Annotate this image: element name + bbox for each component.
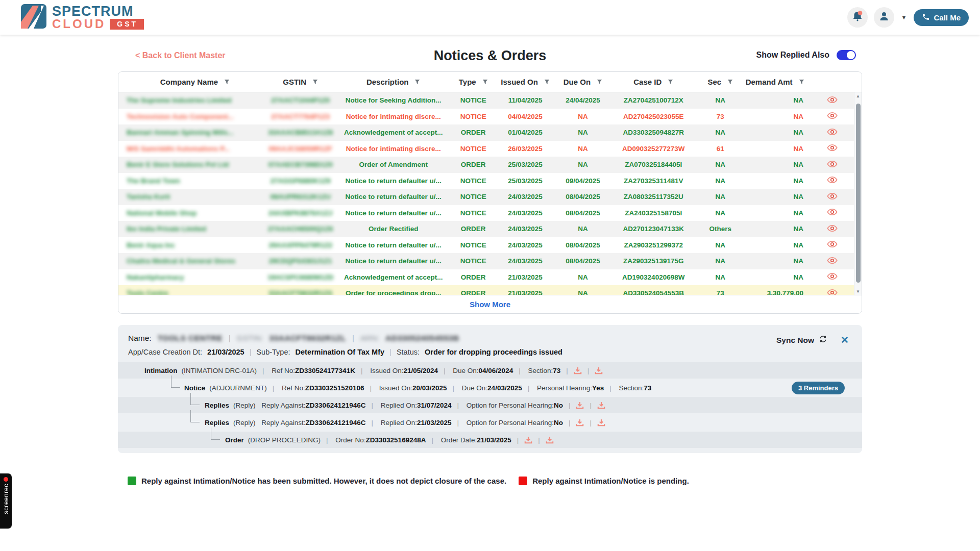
download-icon[interactable] [595, 367, 603, 374]
notices-table-card: Company NameGSTINDescriptionTypeIssued O… [118, 71, 862, 314]
brand-subname: CLOUD [52, 18, 106, 30]
column-header-company-name: Company Name [118, 78, 263, 86]
case-tree-row-replies: Replies(Reply) Reply Against: ZD33062412… [118, 397, 862, 413]
refresh-icon [819, 335, 827, 345]
gst-badge: GST [110, 19, 144, 30]
table-row[interactable]: Nakantipharmacy19ACSPC6680M1ZDAcknowledg… [118, 269, 862, 286]
close-panel-icon[interactable]: ✕ [841, 334, 849, 346]
table-row[interactable]: National Mobile Shop24AXBPK8876A1ZJNotic… [118, 205, 862, 221]
download-icon[interactable] [574, 367, 582, 374]
filter-funnel-icon[interactable] [597, 78, 602, 86]
case-tree-row-order: Order(DROP PROCEEDING)| Order No: ZD3303… [118, 432, 862, 448]
view-case-eye-icon[interactable] [818, 289, 847, 295]
top-bar: SPECTRUM CLOUD GST [0, 0, 980, 35]
gstin-label: GSTIN: [237, 334, 263, 343]
tree-connector [211, 428, 220, 440]
legend-red-square [519, 477, 527, 485]
case-detail-panel: Name: TOOLS CENTRE | GSTIN: 33AACFT8632R… [118, 325, 862, 453]
show-replied-toggle[interactable] [837, 50, 856, 60]
sync-now-button[interactable]: Sync Now [776, 335, 827, 345]
table-scrollbar[interactable]: ▲ ▼ [854, 92, 862, 295]
record-dot-icon [4, 477, 8, 482]
arn-value: AD330524054553B [385, 334, 459, 343]
view-case-eye-icon[interactable] [818, 240, 847, 249]
user-icon [878, 11, 890, 24]
download-icon[interactable] [546, 436, 554, 444]
gstin-value: 33AACFT8632R1ZL [270, 334, 347, 343]
view-case-eye-icon[interactable] [818, 144, 847, 153]
scroll-up-arrow-icon[interactable]: ▲ [854, 92, 862, 99]
download-icon[interactable] [576, 419, 584, 427]
table-row[interactable]: Tools Centre33AACFT8632R1ZSOrder for pro… [118, 285, 862, 295]
column-header-sec: Sec [694, 78, 746, 86]
tree-connector [190, 393, 200, 405]
filter-funnel-icon[interactable] [544, 78, 550, 86]
brand-logo-icon [20, 4, 47, 31]
phone-icon [922, 13, 930, 22]
table-row[interactable]: The Brand Town27AGGP6880K1Z9Notice to re… [118, 173, 862, 189]
reminders-badge[interactable]: 3 Reminders [792, 382, 845, 394]
view-case-eye-icon[interactable] [818, 224, 847, 234]
column-header-type: Type [449, 78, 498, 86]
table-row[interactable]: Benir E Store Solutions Pvt Ltd07AAECB73… [118, 157, 862, 173]
view-case-eye-icon[interactable] [818, 208, 847, 217]
view-case-eye-icon[interactable] [818, 112, 847, 121]
bell-icon [852, 10, 863, 24]
legend-green-text: Reply against Intimation/Notice has been… [141, 477, 506, 485]
table-row[interactable]: Ibo India Private Limited27AAACH6500Q1Z6… [118, 221, 862, 237]
table-row[interactable]: Chaitra Medical & General Stores29CDQPS4… [118, 253, 862, 269]
download-icon[interactable] [597, 419, 605, 427]
table-row[interactable]: M/S Samriddhi Automations P...09AAJCS805… [118, 141, 862, 157]
filter-funnel-icon[interactable] [414, 78, 420, 86]
filter-funnel-icon[interactable] [224, 78, 230, 86]
filter-funnel-icon[interactable] [727, 78, 733, 86]
case-tree-row-replies: Replies(Reply) Reply Against: ZD33062412… [118, 414, 862, 431]
case-tree: Intimation(INTIMATION DRC-01A)| Ref No: … [118, 362, 862, 448]
call-me-button[interactable]: Call Me [914, 9, 969, 26]
column-header-due-on: Due On [553, 78, 612, 86]
case-tree-row-notice: Notice(ADJOURNMENT)| Ref No: ZD330325152… [118, 380, 862, 396]
table-row[interactable]: Tanisha Kurti08AUPR6312K1ZUNotice to ret… [118, 189, 862, 205]
view-case-eye-icon[interactable] [818, 257, 847, 266]
chevron-down-icon[interactable]: ▼ [901, 14, 907, 20]
arn-label: ARN: [360, 334, 379, 343]
legend: Reply against Intimation/Notice has been… [128, 477, 980, 485]
download-icon[interactable] [597, 402, 605, 409]
view-case-eye-icon[interactable] [818, 176, 847, 185]
filter-funnel-icon[interactable] [482, 78, 488, 86]
scroll-down-arrow-icon[interactable]: ▼ [854, 288, 862, 295]
filter-funnel-icon[interactable] [799, 78, 804, 86]
name-label: Name: [128, 334, 152, 343]
app-window: SPECTRUM CLOUD GST [0, 0, 980, 551]
tree-connector [171, 375, 180, 388]
view-case-eye-icon[interactable] [818, 160, 847, 169]
notifications-button[interactable] [847, 7, 868, 28]
table-row[interactable]: The Supreme Industries Limited27AACT1044… [118, 92, 862, 109]
creation-info-line: App/Case Creation Dt: 21/03/2025|Sub-Typ… [118, 345, 862, 361]
view-case-eye-icon[interactable] [818, 272, 847, 282]
view-case-eye-icon[interactable] [818, 192, 847, 202]
screenrec-widget[interactable]: screenrec [0, 473, 12, 529]
scrollbar-thumb[interactable] [856, 104, 861, 283]
view-case-eye-icon[interactable] [818, 96, 847, 105]
brand-name: SPECTRUM [52, 5, 144, 18]
company-name-value: TOOLS CENTRE [158, 334, 223, 343]
legend-red-text: Reply against Intimation/Notice is pendi… [532, 477, 689, 485]
filter-funnel-icon[interactable] [668, 78, 673, 86]
table-body: The Supreme Industries Limited27AACT1044… [118, 92, 862, 295]
legend-green-square [128, 477, 136, 485]
tree-connector [190, 410, 200, 422]
view-case-eye-icon[interactable] [818, 128, 847, 137]
download-icon[interactable] [576, 402, 584, 409]
table-row[interactable]: Benir Aqua Inc29AAXPP6479R1Z2Notice to r… [118, 237, 862, 254]
column-header-case-id: Case ID [612, 78, 694, 86]
download-icon[interactable] [524, 436, 532, 444]
show-more-link[interactable]: Show More [118, 295, 862, 313]
user-menu-button[interactable] [874, 7, 894, 28]
show-replied-label: Show Replied Also [756, 51, 829, 60]
screenrec-label: screenrec [3, 484, 10, 514]
table-row[interactable]: Bannari Amman Spinning Mills...33AAACB85… [118, 124, 862, 141]
filter-funnel-icon[interactable] [312, 78, 318, 86]
case-tree-row-intimation: Intimation(INTIMATION DRC-01A)| Ref No: … [118, 362, 862, 379]
table-row[interactable]: Technovision Auto Component...27AACT7764… [118, 109, 862, 125]
